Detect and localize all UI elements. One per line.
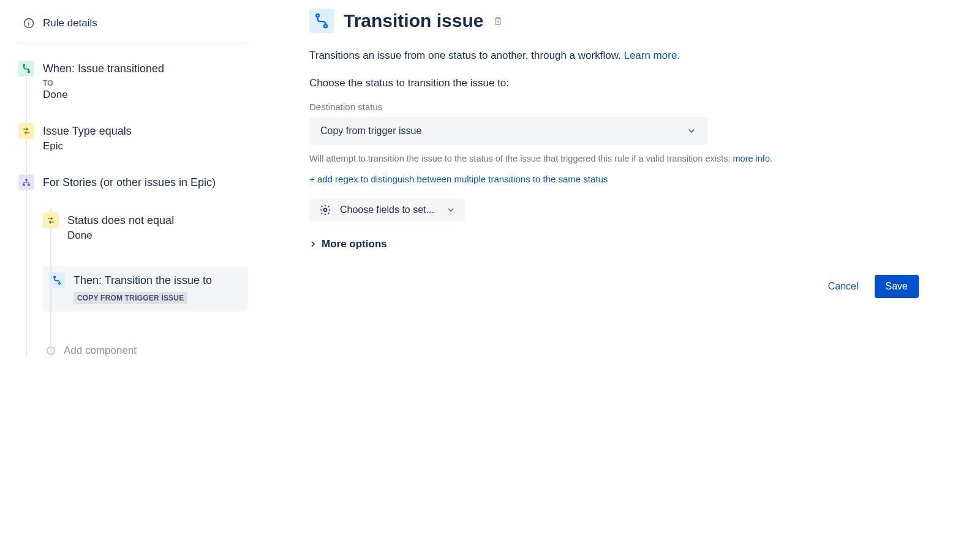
more-options-toggle[interactable]: More options <box>309 238 919 250</box>
step-title: Issue Type equals <box>43 123 243 139</box>
condition-icon <box>43 212 59 228</box>
destination-status-value: Copy from trigger issue <box>320 125 421 136</box>
svg-point-10 <box>316 14 319 17</box>
step-title: When: Issue transitioned <box>43 61 243 77</box>
chevron-down-icon <box>447 206 455 214</box>
destination-status-label: Destination status <box>309 102 919 112</box>
step-value: Epic <box>43 140 243 152</box>
add-component-button[interactable]: Add component <box>43 314 248 357</box>
save-button[interactable]: Save <box>875 275 919 298</box>
transition-icon <box>309 9 334 33</box>
page-title: Transition issue <box>344 10 483 31</box>
svg-rect-7 <box>28 184 30 186</box>
info-icon <box>23 18 34 29</box>
rule-step-trigger[interactable]: When: Issue transitioned TO Done <box>18 57 248 119</box>
trigger-icon <box>18 61 34 77</box>
step-title: Status does not equal <box>67 212 243 228</box>
rule-step-branch[interactable]: For Stories (or other issues in Epic) <box>18 171 248 209</box>
svg-point-9 <box>59 283 61 285</box>
description-text: Transitions an issue from one status to … <box>309 48 919 64</box>
add-component-label: Add component <box>64 345 137 357</box>
rule-step-nested-action-selected[interactable]: Then: Transition the issue to COPY FROM … <box>43 266 248 312</box>
footer-actions: Cancel Save <box>309 275 919 298</box>
branch-icon <box>18 174 34 190</box>
action-icon <box>49 272 65 288</box>
cancel-button[interactable]: Cancel <box>828 281 859 292</box>
destination-status-select[interactable]: Copy from trigger issue <box>309 117 707 145</box>
step-sub-label: TO <box>43 79 243 88</box>
svg-point-8 <box>54 277 56 278</box>
chevron-down-icon <box>687 126 696 136</box>
choose-fields-label: Choose fields to set... <box>340 204 434 215</box>
rule-step-condition[interactable]: Issue Type equals Epic <box>18 119 248 171</box>
learn-more-link[interactable]: Learn more. <box>624 50 680 61</box>
gear-icon <box>319 204 331 216</box>
svg-point-4 <box>28 71 30 73</box>
choose-status-label: Choose the status to transition the issu… <box>309 77 919 89</box>
rule-step-nested-condition[interactable]: Status does not equal Done <box>43 209 248 266</box>
svg-point-11 <box>324 24 327 28</box>
rule-details-label: Rule details <box>43 17 97 29</box>
condition-icon <box>18 123 34 139</box>
step-badge: COPY FROM TRIGGER ISSUE <box>74 292 187 304</box>
delete-icon[interactable] <box>493 15 503 26</box>
nested-steps-container: Status does not equal Done Then: Transit… <box>43 209 248 357</box>
help-text: Will attempt to transition the issue to … <box>309 152 799 166</box>
svg-rect-5 <box>25 179 28 181</box>
rule-details-header[interactable]: Rule details <box>18 12 248 43</box>
step-value: Done <box>43 89 243 101</box>
add-regex-link[interactable]: + add regex to distinguish between multi… <box>309 174 919 184</box>
svg-point-12 <box>324 209 327 212</box>
step-value: Done <box>67 230 243 242</box>
choose-fields-dropdown[interactable]: Choose fields to set... <box>309 199 465 221</box>
step-title: For Stories (or other issues in Epic) <box>43 174 243 190</box>
more-info-link[interactable]: more info. <box>733 154 772 163</box>
main-panel: Transition issue Transitions an issue fr… <box>248 0 980 560</box>
chevron-right-icon <box>309 241 317 248</box>
svg-point-2 <box>28 21 29 22</box>
rule-sidebar: Rule details When: Issue transitioned TO… <box>0 0 248 560</box>
more-options-label: More options <box>322 238 387 250</box>
step-title: Then: Transition the issue to <box>74 272 242 288</box>
svg-point-3 <box>23 64 25 66</box>
svg-rect-6 <box>23 184 25 186</box>
